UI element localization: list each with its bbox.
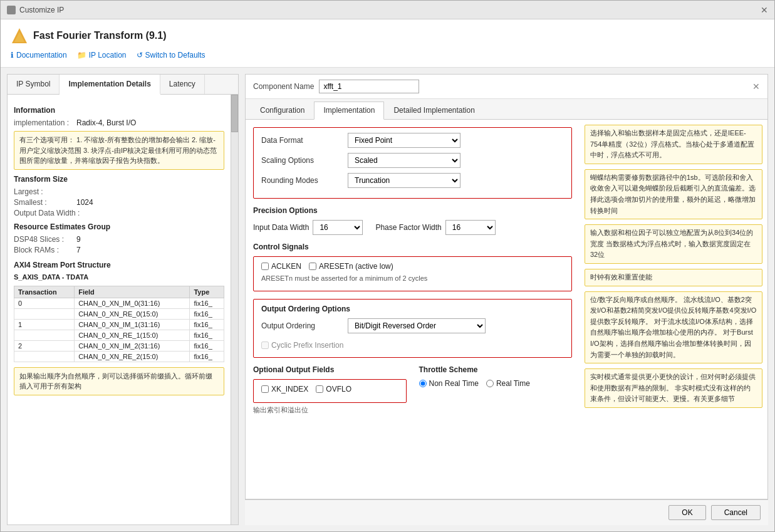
scaling-options-label: Scaling Options	[261, 156, 343, 165]
tab-implementation[interactable]: Implementation	[314, 102, 384, 120]
block-rams-value: 7	[76, 246, 81, 254]
right-tabs: Configuration Implementation Detailed Im…	[246, 99, 767, 120]
component-name-close-icon[interactable]: ✕	[752, 81, 760, 91]
documentation-label: Documentation	[16, 51, 67, 60]
throttle-scheme-heading: Throttle Scheme	[419, 365, 573, 374]
tab-detailed-implementation[interactable]: Detailed Implementation	[384, 102, 484, 119]
dsp48-value: 9	[76, 235, 81, 244]
smallest-label: Smallest :	[14, 198, 76, 207]
output-ordering-heading: Output Ordering Options	[261, 305, 564, 313]
xk-index-checkbox[interactable]	[261, 385, 269, 393]
output-data-width-label: Output Data Width :	[14, 209, 80, 217]
format-section: Data Format Fixed Point Floating Point S…	[253, 127, 572, 199]
real-time-radio[interactable]	[486, 380, 494, 387]
dsp48-row: DSP48 Slices : 9	[14, 235, 224, 244]
aresetn-checkbox[interactable]	[309, 263, 316, 270]
cyclic-prefix-checkbox[interactable]	[261, 342, 269, 349]
table-row: 1CHAN_0_XN_IM_1(31:16)fix16_	[14, 319, 224, 330]
real-time-radio-item[interactable]: Real Time	[486, 379, 530, 388]
aresetn-label: ARESETn (active low)	[319, 262, 393, 271]
optional-throttle-row: Optional Output Fields XK_INDEX	[253, 365, 572, 415]
left-panel: IP Symbol Implementation Details Latency…	[7, 74, 239, 525]
table-row: CHAN_0_XN_RE_0(15:0)fix16_	[14, 308, 224, 319]
block-rams-label: Block RAMs :	[14, 246, 76, 254]
info-section-title: Information	[14, 106, 224, 115]
data-format-select[interactable]: Fixed Point Floating Point	[348, 133, 460, 148]
input-data-width-select[interactable]: 1683234	[313, 220, 363, 235]
info-icon: ℹ	[11, 51, 14, 60]
scaling-options-select[interactable]: Scaled Unscaled Block Floating Point	[348, 153, 460, 168]
dsp48-label: DSP48 Slices :	[14, 235, 76, 244]
switch-defaults-link[interactable]: ↺ Switch to Defaults	[137, 51, 205, 60]
cyclic-prefix-row: Cyclic Prefix Insertion	[261, 338, 564, 352]
aresetn-checkbox-item[interactable]: ARESETn (active low)	[309, 262, 393, 271]
phase-factor-width-select[interactable]: 16832	[445, 220, 496, 235]
window-title: Customize IP	[19, 6, 64, 14]
aclken-checkbox-item[interactable]: ACLKEN	[261, 262, 301, 271]
implementation-label: implementation :	[14, 118, 76, 127]
ovflo-checkbox-item[interactable]: OVFLO	[316, 385, 351, 394]
component-name-label: Component Name	[253, 82, 314, 91]
xk-index-label: XK_INDEX	[271, 385, 308, 394]
tab-ip-symbol[interactable]: IP Symbol	[8, 75, 60, 94]
input-data-width-label: Input Data Width	[253, 223, 309, 232]
implementation-value: Radix-4, Burst I/O	[76, 118, 136, 127]
port-table-wrapper: Transaction Field Type 0CHAN_0_XN_IM_0(3…	[14, 286, 224, 362]
data-format-label: Data Format	[261, 136, 343, 145]
col-transaction: Transaction	[14, 286, 75, 298]
tab-latency[interactable]: Latency	[160, 75, 205, 94]
tab-configuration[interactable]: Configuration	[251, 102, 314, 119]
throttle-radio-group: Non Real Time Real Time	[419, 379, 573, 388]
implementation-row: implementation : Radix-4, Burst I/O	[14, 118, 224, 127]
anno-control: 时钟有效和重置使能	[585, 269, 762, 286]
window-close-button[interactable]: ✕	[761, 5, 768, 15]
documentation-link[interactable]: ℹ Documentation	[11, 51, 67, 60]
non-real-time-radio-item[interactable]: Non Real Time	[419, 379, 479, 388]
switch-defaults-label: Switch to Defaults	[145, 51, 205, 60]
app-title-text: Fast Fourier Transform (9.1)	[33, 30, 167, 41]
scroll-thumb[interactable]	[231, 95, 238, 132]
axi4-section-title: AXI4 Stream Port Structure	[14, 261, 224, 269]
largest-row: Largest :	[14, 187, 224, 196]
right-area: Component Name ✕ Configuration Implement…	[245, 74, 768, 525]
anno-precision: 输入数据和相位因子可以独立地配置为从8位到34位的宽度 当数据格式为浮点格式时，…	[585, 224, 762, 264]
optional-output-box: XK_INDEX OVFLO	[253, 379, 407, 403]
anno-data-format: 选择输入和输出数据样本是固定点格式，还是IEEE-754单精度（32位）浮点格式…	[585, 125, 762, 164]
output-ordering-section: Output Ordering Options Output Ordering …	[253, 299, 572, 358]
aclken-checkbox[interactable]	[261, 263, 269, 270]
col-field: Field	[75, 286, 190, 298]
tab-implementation-details[interactable]: Implementation Details	[60, 75, 160, 95]
phase-factor-width-label: Phase Factor Width	[375, 223, 441, 232]
port-table: Transaction Field Type 0CHAN_0_XN_IM_0(3…	[14, 286, 224, 362]
main-window: Customize IP ✕ Fast Fourier Transform (9…	[0, 0, 775, 532]
xk-index-checkbox-item[interactable]: XK_INDEX	[261, 385, 308, 394]
annotation-cyclic: 如果输出顺序为自然顺序，则可以选择循环前缀插入。循环前缀插入可用于所有架构	[14, 367, 224, 395]
annotation-cyclic-text: 如果输出顺序为自然顺序，则可以选择循环前缀插入。循环前缀插入可用于所有架构	[19, 372, 212, 390]
output-data-width-row: Output Data Width :	[14, 209, 224, 217]
cancel-button[interactable]: Cancel	[711, 505, 761, 520]
app-icon	[7, 6, 16, 14]
app-logo-icon	[11, 27, 28, 44]
largest-label: Largest :	[14, 187, 76, 196]
transform-size-title: Transform Size	[14, 175, 224, 184]
main-content: IP Symbol Implementation Details Latency…	[1, 68, 774, 531]
annotation-scaling-text: 有三个选项可用： 1. 不缩放-所有整数位的增加都会输出 2. 缩放-用户定义缩…	[19, 136, 217, 164]
table-row: 0CHAN_0_XN_IM_0(31:16)fix16_	[14, 298, 224, 308]
annotation-scaling: 有三个选项可用： 1. 不缩放-所有整数位的增加都会输出 2. 缩放-用户定义缩…	[14, 131, 224, 170]
left-scrollbar[interactable]	[231, 95, 238, 524]
right-panel-body: Data Format Fixed Point Floating Point S…	[246, 120, 580, 499]
non-real-time-radio[interactable]	[419, 380, 427, 387]
ovflo-checkbox[interactable]	[316, 385, 323, 393]
real-time-label: Real Time	[496, 379, 530, 388]
rounding-modes-select[interactable]: Truncation Convergent Rounding	[348, 173, 460, 188]
component-name-input[interactable]	[319, 80, 419, 93]
ok-button[interactable]: OK	[668, 505, 705, 520]
aclken-label: ACLKEN	[271, 262, 301, 271]
left-panel-body: Information implementation : Radix-4, Bu…	[8, 95, 231, 524]
left-tabs: IP Symbol Implementation Details Latency	[8, 75, 238, 95]
anno-throttle: 实时模式通常提供更小更快的设计，但对何时必须提供和使用数据有严格的限制。 非实时…	[585, 368, 762, 408]
tdata-label: S_AXIS_DATA - TDATA	[14, 273, 224, 281]
ip-location-link[interactable]: 📁 IP Location	[77, 51, 127, 60]
optional-output-note: 输出索引和溢出位	[253, 405, 407, 415]
output-ordering-select[interactable]: Bit/Digit Reversed Order Natural Order	[348, 318, 486, 333]
